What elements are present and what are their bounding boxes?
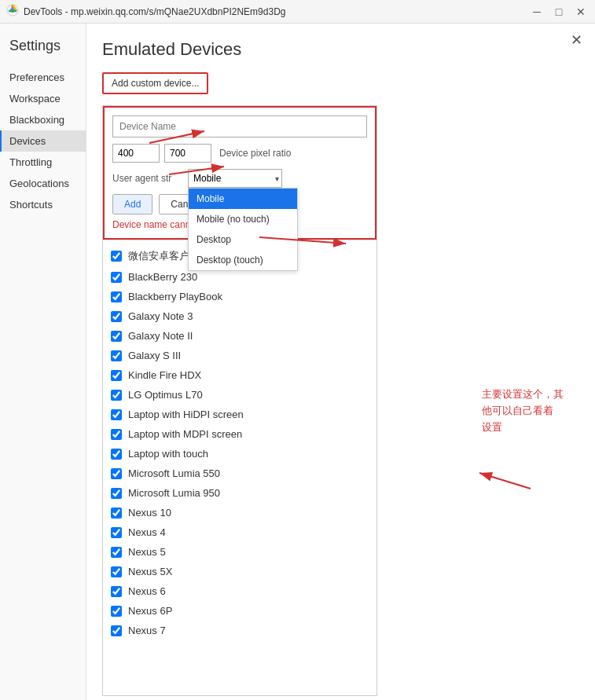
device-list: 微信安卓客户端 BlackBerry 230 Blackberry PlayBo… [103,240,376,695]
device-checkbox-laptopmd[interactable] [111,429,122,440]
device-checkbox-nexus6[interactable] [111,586,122,597]
list-item: Kindle Fire HDX [103,365,376,385]
window-title: DevTools - mp.weixin.qq.com/s/mQNae2UXdb… [24,6,285,17]
list-item: Nexus 6 [103,581,376,601]
list-item: Galaxy Note II [103,326,376,346]
device-checkbox-blackberry230[interactable] [111,272,122,283]
height-input[interactable] [164,144,211,163]
device-panel: Device pixel ratio User agent str Mobile… [102,105,377,696]
device-label: Kindle Fire HDX [128,369,201,381]
list-item: Laptop with touch [103,444,376,464]
list-item: Galaxy Note 3 [103,306,376,326]
list-item: Nexus 5X [103,562,376,581]
dimensions-row: Device pixel ratio [112,144,367,163]
device-name-input[interactable] [112,115,367,137]
device-checkbox-nexus5[interactable] [111,547,122,558]
maximize-button[interactable]: □ [551,4,567,20]
device-label: Galaxy S III [128,350,181,361]
device-label: Nexus 6 [128,585,166,597]
device-type-select-wrapper: Mobile Mobile (no touch) Desktop Desktop… [188,169,282,188]
window-controls: ─ □ ✕ [529,4,589,20]
sidebar-item-geolocations[interactable]: Geolocations [0,173,86,194]
list-item: Nexus 7 [103,621,376,640]
list-item: Nexus 6P [103,601,376,621]
device-type-dropdown: Mobile Mobile (no touch) Desktop Desktop… [188,188,298,271]
list-item: LG Optimus L70 [103,385,376,405]
device-label: Laptop with HiDPI screen [128,409,244,420]
list-item: Laptop with MDPI screen [103,424,376,444]
close-settings-button[interactable]: ✕ [571,31,582,49]
sidebar-item-workspace[interactable]: Workspace [0,88,86,109]
list-item: Blackberry PlayBook [103,287,376,306]
device-checkbox-nexus10[interactable] [111,508,122,519]
device-checkbox-lgoptimus[interactable] [111,390,122,401]
device-checkbox-lumia950[interactable] [111,488,122,499]
chinese-annotation: 主要设置这个，其他可以自己看着设置 [482,387,564,435]
list-item: Nexus 10 [103,503,376,522]
sidebar-item-throttling[interactable]: Throttling [0,152,86,173]
device-checkbox-galaxynote2[interactable] [111,331,122,342]
device-label: Microsoft Lumia 950 [128,487,220,499]
add-custom-device-button[interactable]: Add custom device... [102,72,208,94]
chrome-icon [6,4,19,19]
sidebar-item-devices[interactable]: Devices [0,130,86,152]
device-checkbox-nexus4[interactable] [111,527,122,538]
device-label: Nexus 5 [128,546,166,558]
device-label: Nexus 7 [128,625,166,636]
device-label: Blackberry PlayBook [128,291,222,302]
page-title: Emulated Devices [102,39,579,60]
list-item: Galaxy S III [103,346,376,365]
dropdown-item-desktop-touch[interactable]: Desktop (touch) [189,250,297,270]
device-checkbox-galaxys3[interactable] [111,350,122,361]
device-checkbox-galaxynote3[interactable] [111,311,122,322]
user-agent-label: User agent str [112,173,183,184]
device-label: LG Optimus L70 [128,389,203,401]
list-item: Microsoft Lumia 950 [103,483,376,503]
device-label: Laptop with MDPI screen [128,428,242,440]
device-checkbox-nexus7[interactable] [111,625,122,636]
device-checkbox-nexus5x[interactable] [111,566,122,577]
content-inner: Add custom device... Device pixel ratio … [102,72,579,696]
user-agent-row: User agent str Mobile Mobile (no touch) … [112,169,367,188]
list-item: Microsoft Lumia 550 [103,464,376,483]
device-label: Microsoft Lumia 550 [128,467,220,479]
close-window-button[interactable]: ✕ [573,4,589,20]
sidebar-item-blackboxing[interactable]: Blackboxing [0,109,86,130]
device-checkbox-lumia550[interactable] [111,468,122,479]
width-input[interactable] [112,144,160,163]
sidebar-item-shortcuts[interactable]: Shortcuts [0,194,86,215]
dropdown-item-mobile-notouch[interactable]: Mobile (no touch) [189,209,297,229]
list-item: Nexus 4 [103,522,376,542]
device-label: BlackBerry 230 [128,271,197,283]
device-label: Nexus 4 [128,526,166,538]
add-button[interactable]: Add [112,194,152,214]
pixel-ratio-label: Device pixel ratio [219,148,291,159]
content-area: ✕ Emulated Devices Add custom device... … [86,24,595,700]
minimize-button[interactable]: ─ [529,4,545,20]
device-label: Laptop with touch [128,448,208,460]
device-label: Nexus 10 [128,507,171,519]
device-checkbox-laptoptouch[interactable] [111,449,122,460]
list-item: Laptop with HiDPI screen [103,405,376,424]
sidebar-item-preferences[interactable]: Preferences [0,67,86,88]
dropdown-item-desktop[interactable]: Desktop [189,229,297,250]
title-bar: DevTools - mp.weixin.qq.com/s/mQNae2UXdb… [0,0,595,24]
device-checkbox-laptophi[interactable] [111,409,122,420]
device-label: Nexus 6P [128,605,172,617]
device-name-row [112,115,367,137]
list-item: Nexus 5 [103,542,376,562]
device-checkbox-weixin[interactable] [111,251,122,262]
device-checkbox-nexus6p[interactable] [111,606,122,617]
device-label: Galaxy Note 3 [128,310,193,322]
custom-device-form: Device pixel ratio User agent str Mobile… [103,106,376,240]
settings-title: Settings [0,31,86,67]
device-checkbox-blackberryplaybook[interactable] [111,291,122,302]
device-label: Nexus 5X [128,566,172,577]
device-checkbox-kindlefire[interactable] [111,370,122,381]
sidebar: Settings Preferences Workspace Blackboxi… [0,24,86,700]
dropdown-item-mobile[interactable]: Mobile [189,189,297,209]
device-label: Galaxy Note II [128,330,193,342]
svg-line-6 [479,473,531,489]
device-type-select[interactable]: Mobile Mobile (no touch) Desktop Desktop… [188,169,282,188]
